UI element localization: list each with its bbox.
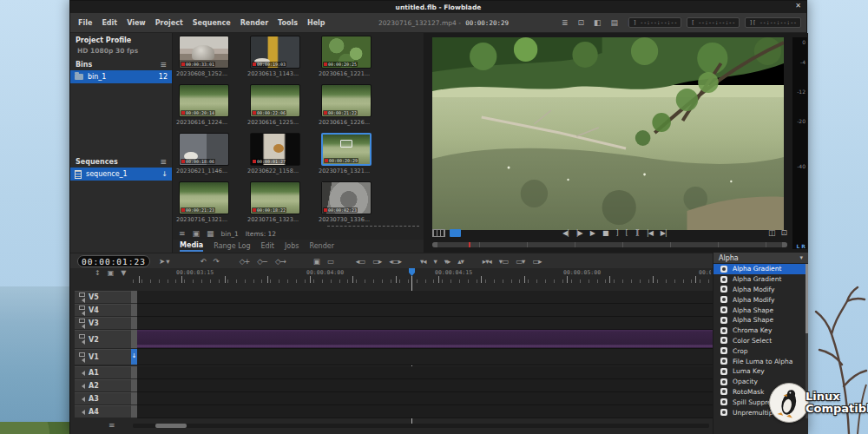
splice-out-icon[interactable]: ◂▭ — [356, 257, 365, 266]
tab-media[interactable]: Media — [180, 241, 203, 252]
track-gutter[interactable] — [131, 392, 137, 405]
track-gutter[interactable] — [131, 330, 137, 349]
filter-item[interactable]: File Luma to Alpha — [713, 356, 806, 366]
filter-item[interactable]: Alpha Shape — [713, 305, 806, 315]
sequences-menu-icon[interactable]: ≡ — [160, 157, 167, 166]
timeline-scrollbar[interactable] — [133, 424, 709, 428]
monitor-size-icon[interactable]: ⊡ — [780, 228, 787, 237]
filter-item[interactable]: Luma Key — [713, 366, 806, 377]
track-content-a3[interactable] — [137, 392, 713, 405]
mark-in-button[interactable]: ] — [615, 229, 617, 237]
filter-item[interactable]: Alpha Gradient — [713, 264, 806, 274]
tab-jobs[interactable]: Jobs — [285, 242, 299, 250]
timeline-clip[interactable] — [137, 330, 713, 348]
media-item[interactable]: 00:00:19:03 20230613_1143... — [247, 36, 315, 77]
tab-edit[interactable]: Edit — [260, 242, 274, 250]
track-content-v1[interactable] — [137, 349, 713, 365]
bin-grid-icon[interactable]: ▦ — [207, 229, 214, 238]
timeline-scrollbar-thumb[interactable] — [155, 424, 187, 428]
track-gutter[interactable] — [131, 291, 137, 304]
sequence-row[interactable]: sequence_1 ↓ — [70, 168, 172, 181]
range-select-icon[interactable]: ▣ — [313, 257, 319, 266]
filters-icon[interactable]: ▤ — [611, 18, 619, 27]
filter-item[interactable]: Chroma Key — [713, 326, 806, 336]
delete-range-icon[interactable]: ◂▭▸ — [389, 257, 401, 266]
track-head-a2[interactable]: A2 — [75, 379, 131, 392]
timeline-ruler[interactable]: 00:00:03:15 00:00:04:00 00:00:04:15 00:0… — [133, 268, 711, 284]
keyframe-next-icon[interactable]: ◇→ — [275, 257, 286, 266]
bins-menu-icon[interactable]: ≡ — [160, 60, 167, 69]
lift-icon[interactable]: ▭▸ — [372, 257, 381, 266]
track-content-a4[interactable] — [137, 405, 713, 418]
track-gutter[interactable] — [131, 366, 137, 379]
track-gutter[interactable] — [131, 304, 137, 317]
keyframe-add-icon[interactable]: ◇+ — [240, 257, 250, 266]
filter-item[interactable]: Alpha Shape — [713, 315, 806, 326]
insert-track-indicator[interactable]: ↓ — [131, 349, 137, 365]
menu-tools[interactable]: Tools — [278, 19, 298, 27]
filter-group-select[interactable]: Alpha ▾ — [713, 253, 808, 264]
clear-marks-button[interactable]: ][ — [635, 229, 639, 237]
track-content-a2[interactable] — [137, 379, 713, 392]
sequence-load-icon[interactable]: ↓ — [161, 170, 168, 178]
monitor-position-bar[interactable] — [432, 242, 787, 247]
filter-item[interactable]: Color Select — [713, 336, 806, 346]
tab-render[interactable]: Render — [309, 242, 333, 250]
menu-project[interactable]: Project — [155, 19, 183, 27]
track-head-a4[interactable]: A4 — [75, 405, 131, 418]
media-item-selected[interactable]: 00:00:20:29 20230716_1321... — [319, 133, 386, 174]
media-item[interactable]: 00:00:02:23 20230730_1336... — [319, 181, 386, 223]
track-head-v2[interactable]: V2 — [75, 330, 131, 349]
mute-clip-icon[interactable]: ▭▾ — [516, 257, 524, 266]
track-content-a1[interactable] — [137, 366, 713, 379]
track-head-v5[interactable]: V5 — [75, 291, 131, 304]
tool-dropdown-caret-icon[interactable]: ▾ — [166, 257, 168, 266]
filter-item[interactable]: Crop — [713, 345, 806, 356]
media-item[interactable]: 00:00:20:25 20230616_1221... — [319, 36, 386, 77]
audio-levels-icon[interactable]: ◧ — [594, 18, 602, 27]
undo-button[interactable]: ↶ — [200, 257, 205, 266]
track-head-a1[interactable]: A1 — [75, 366, 131, 379]
monitor-view-icon[interactable]: ⊡ — [578, 18, 585, 27]
scrub-mode-icon[interactable]: ▼ — [121, 269, 126, 277]
menu-render[interactable]: Render — [240, 19, 268, 27]
tab-range-log[interactable]: Range Log — [214, 242, 250, 250]
filter-item[interactable]: Alpha Modify — [713, 294, 806, 305]
bin-view-icon[interactable]: ▣ — [193, 229, 201, 238]
mark-out-button[interactable]: [ — [626, 229, 628, 237]
track-content-v5[interactable] — [137, 291, 713, 304]
filter-item[interactable]: Alpha Modify — [713, 285, 806, 295]
panel-resize-grip[interactable]: ≡ — [108, 421, 115, 430]
prev-frame-button[interactable]: ◀| — [562, 229, 569, 237]
render-range-icon[interactable]: ▭▸ — [532, 257, 541, 266]
range-clear-icon[interactable]: ▭ — [327, 257, 333, 266]
track-gutter[interactable] — [131, 405, 137, 418]
stop-button[interactable]: ■ — [602, 229, 608, 237]
media-item[interactable]: 00:00:22:06 20230616_1225... — [247, 84, 315, 126]
snapping-icon[interactable]: ▣ — [108, 269, 115, 277]
menu-help[interactable]: Help — [307, 19, 326, 27]
media-item[interactable]: 00:00:01:27 20230622_1158... — [247, 133, 315, 174]
menu-file[interactable]: File — [78, 19, 92, 27]
resync-icon[interactable]: ▸▾◂ — [483, 257, 491, 266]
track-gutter[interactable] — [131, 379, 137, 392]
split-audio-icon[interactable]: ▾▭ — [499, 257, 508, 266]
overwrite-range-icon[interactable]: ▾◂ — [420, 257, 426, 266]
media-item[interactable]: 00:00:18:22 20230716_1323... — [247, 181, 315, 223]
titlebar[interactable]: untitled.flb - Flowblade ✕ — [70, 1, 806, 13]
track-head-a3[interactable]: A3 — [75, 392, 131, 405]
media-item[interactable]: 00:00:21:23 20230716_1321... — [176, 181, 244, 223]
menu-sequence[interactable]: Sequence — [193, 19, 231, 27]
track-head-v3[interactable]: V3 — [75, 317, 131, 330]
monitor-playhead[interactable] — [469, 242, 470, 247]
bin-menu-icon[interactable]: ≡ — [179, 229, 186, 238]
to-mark-in-button[interactable]: |◀ — [647, 229, 653, 237]
insert-clip-icon[interactable]: ▾▸ — [444, 257, 450, 266]
track-height-icon[interactable]: ↕ — [95, 269, 101, 277]
keyframe-remove-icon[interactable]: ◇− — [257, 257, 267, 266]
track-content-v3[interactable] — [137, 317, 713, 330]
media-item[interactable]: 00:00:20:14 20230616_1224... — [176, 84, 244, 126]
play-button[interactable]: ▶ — [590, 229, 595, 237]
track-content-v4[interactable] — [137, 304, 713, 317]
next-frame-button[interactable]: |▶ — [576, 229, 582, 237]
